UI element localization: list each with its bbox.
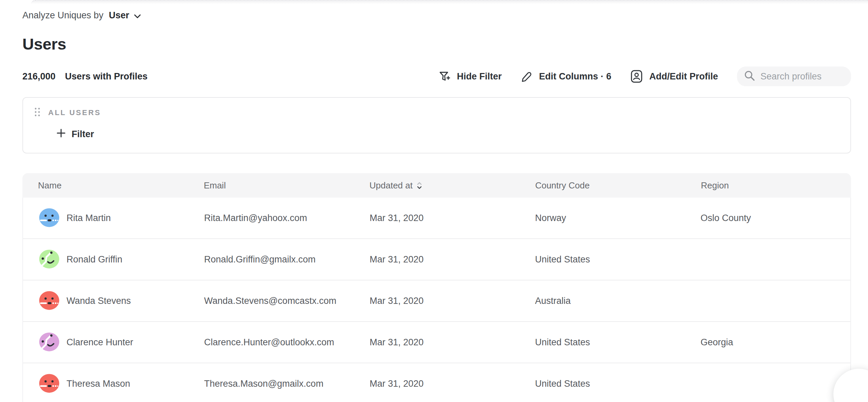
name-cell: Theresa Mason <box>23 373 189 394</box>
profiles-count-label: Users with Profiles <box>65 71 148 82</box>
users-table: Name Email Updated at Country Code Regio… <box>22 173 851 402</box>
user-updated-at: Mar 31, 2020 <box>354 337 520 348</box>
table-row[interactable]: Ronald Griffin Ronald.Griffin@gmailx.com… <box>23 239 850 280</box>
drag-handle-icon[interactable] <box>34 107 40 118</box>
filter-funnel-icon <box>438 70 451 83</box>
avatar-face-icon <box>39 207 60 229</box>
table-header: Name Email Updated at Country Code Regio… <box>22 173 851 198</box>
column-header-region[interactable]: Region <box>685 180 851 191</box>
table-row[interactable]: Theresa Mason Theresa.Mason@gmailx.com M… <box>23 363 850 402</box>
page-title: Users <box>22 35 851 54</box>
analyze-uniques-label: Analyze Uniques by <box>22 10 103 21</box>
column-header-email[interactable]: Email <box>188 180 354 191</box>
user-email: Theresa.Mason@gmailx.com <box>189 379 354 389</box>
user-updated-at: Mar 31, 2020 <box>354 296 520 306</box>
user-email: Wanda.Stevens@comcastx.com <box>189 296 354 306</box>
user-updated-at: Mar 31, 2020 <box>354 379 520 389</box>
plus-icon <box>56 128 66 140</box>
user-name: Ronald Griffin <box>67 254 122 265</box>
add-edit-profile-label: Add/Edit Profile <box>649 71 718 82</box>
pencil-icon <box>521 70 533 83</box>
profile-badge-icon <box>630 70 643 83</box>
user-country-code: United States <box>520 254 685 265</box>
user-country-code: United States <box>520 337 685 348</box>
scroll-edge-divider <box>31 0 868 4</box>
user-updated-at: Mar 31, 2020 <box>354 254 520 265</box>
chevron-down-icon <box>134 10 141 21</box>
table-row[interactable]: Wanda Stevens Wanda.Stevens@comcastx.com… <box>23 280 850 322</box>
name-cell: Wanda Stevens <box>23 290 189 311</box>
user-name: Rita Martin <box>67 213 111 223</box>
edit-columns-button[interactable]: Edit Columns · 6 <box>521 70 611 83</box>
filter-card: ALL USERS Filter <box>22 97 851 153</box>
add-filter-label: Filter <box>72 129 94 140</box>
avatar-face-icon <box>39 290 60 311</box>
user-region: Oslo County <box>685 213 850 223</box>
controls-row: 216,000 Users with Profiles Hide Filter <box>22 66 851 87</box>
edit-columns-label: Edit Columns · 6 <box>539 71 611 82</box>
hide-filter-label: Hide Filter <box>457 71 502 82</box>
filter-group-label: ALL USERS <box>48 108 101 117</box>
toolbar: Hide Filter Edit Columns · 6 <box>438 67 851 86</box>
user-country-code: Australia <box>520 296 685 306</box>
table-row[interactable]: Clarence Hunter Clarence.Hunter@outlookx… <box>23 322 850 363</box>
profiles-count-value: 216,000 <box>22 71 56 82</box>
filter-group-header: ALL USERS <box>34 107 101 118</box>
name-cell: Clarence Hunter <box>23 332 189 353</box>
name-cell: Rita Martin <box>23 207 189 229</box>
user-email: Ronald.Griffin@gmailx.com <box>189 254 354 265</box>
users-page: Analyze Uniques by User Users 216,000 Us… <box>0 10 868 402</box>
sort-icon[interactable] <box>417 182 422 189</box>
analyze-by-dropdown[interactable]: User <box>109 10 141 21</box>
add-edit-profile-button[interactable]: Add/Edit Profile <box>630 70 718 83</box>
name-cell: Ronald Griffin <box>23 249 189 270</box>
add-filter-button[interactable]: Filter <box>56 128 94 140</box>
column-header-country-code[interactable]: Country Code <box>520 180 685 191</box>
search-profiles-box <box>737 67 851 86</box>
avatar-face-icon <box>39 249 60 270</box>
table-row[interactable]: Rita Martin Rita.Martin@yahoox.com Mar 3… <box>23 198 850 239</box>
table-body: Rita Martin Rita.Martin@yahoox.com Mar 3… <box>22 198 851 402</box>
user-region: Georgia <box>685 337 850 348</box>
analyze-by-value: User <box>109 10 129 21</box>
user-name: Theresa Mason <box>67 379 130 389</box>
user-email: Rita.Martin@yahoox.com <box>189 213 354 223</box>
profiles-count: 216,000 Users with Profiles <box>22 71 148 82</box>
column-header-name[interactable]: Name <box>22 180 188 191</box>
user-updated-at: Mar 31, 2020 <box>354 213 520 223</box>
search-icon <box>744 70 755 83</box>
user-name: Clarence Hunter <box>67 337 133 348</box>
avatar-face-icon <box>39 332 60 353</box>
user-country-code: United States <box>520 379 685 389</box>
avatar-face-icon <box>39 373 60 394</box>
column-header-updated-at[interactable]: Updated at <box>354 180 520 191</box>
search-profiles-input[interactable] <box>760 71 845 82</box>
analyze-uniques-row: Analyze Uniques by User <box>22 10 851 21</box>
user-country-code: Norway <box>520 213 685 223</box>
hide-filter-button[interactable]: Hide Filter <box>438 70 502 83</box>
user-name: Wanda Stevens <box>67 296 131 306</box>
user-email: Clarence.Hunter@outlookx.com <box>189 337 354 348</box>
